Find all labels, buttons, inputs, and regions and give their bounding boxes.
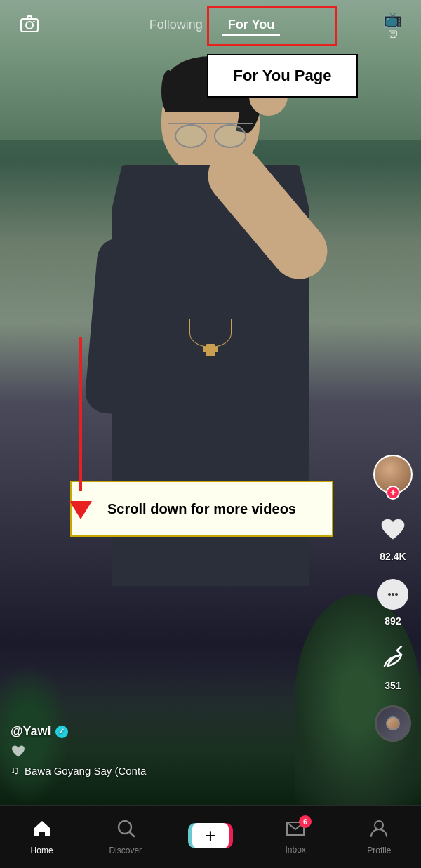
share-count: 351 <box>385 680 401 691</box>
music-disc[interactable] <box>375 705 411 742</box>
nav-create[interactable]: + <box>188 823 233 851</box>
share-button[interactable]: 351 <box>375 641 411 691</box>
home-icon <box>32 818 52 843</box>
plus-icon: + <box>205 826 216 846</box>
svg-text:LIVE: LIVE <box>391 32 396 35</box>
scroll-annotation-text: Scroll down for more videos <box>107 501 296 517</box>
scroll-annotation-box: Scroll down for more videos <box>70 481 333 537</box>
person-glasses <box>168 123 253 137</box>
inbox-badge-count: 6 <box>299 815 312 828</box>
svg-point-10 <box>375 821 383 829</box>
scroll-arrow <box>63 337 98 533</box>
like-button[interactable]: 82.4K <box>375 512 411 562</box>
person-necklace <box>189 319 232 347</box>
discover-icon <box>116 818 135 843</box>
creator-avatar[interactable]: + <box>373 455 413 494</box>
share-arrow-icon <box>377 643 408 674</box>
comment-button[interactable]: 892 <box>375 576 411 627</box>
nav-tabs: Following For You <box>144 14 280 36</box>
follow-plus-button[interactable]: + <box>386 486 400 500</box>
like-count: 82.4K <box>380 551 406 562</box>
arrow-line <box>79 337 82 491</box>
person-cross <box>206 344 215 356</box>
heart-icon <box>375 512 411 548</box>
profile-icon <box>369 818 389 843</box>
music-note-icon: ♫ <box>11 764 19 777</box>
comment-bubble <box>377 579 408 610</box>
svg-point-1 <box>26 22 33 29</box>
svg-point-6 <box>392 593 394 596</box>
nav-home[interactable]: Home <box>21 818 63 855</box>
camera-button[interactable] <box>14 9 45 40</box>
svg-point-5 <box>388 593 391 596</box>
svg-point-7 <box>395 593 398 596</box>
inbox-icon-container: 6 <box>285 820 306 842</box>
video-info: @Yawi ✓ ♫ Bawa Goyang Say (Conta <box>11 724 146 777</box>
username-text: @Yawi <box>11 724 51 739</box>
person-hair-side <box>161 70 175 112</box>
home-label: Home <box>31 846 53 855</box>
discover-label: Discover <box>109 846 142 855</box>
music-disc-inner <box>386 716 400 730</box>
top-navigation-bar: Following For You LIVE <box>0 0 421 49</box>
for-you-page-annotation: For You Page <box>207 54 358 98</box>
share-icon <box>375 641 411 677</box>
nav-profile[interactable]: Profile <box>358 818 400 855</box>
svg-line-9 <box>130 832 134 836</box>
live-button[interactable]: LIVE <box>379 11 407 39</box>
arrow-head <box>69 501 92 519</box>
right-sidebar: + 82.4K 892 <box>373 455 413 742</box>
nav-inbox[interactable]: 6 Inbox <box>274 820 316 855</box>
music-info[interactable]: ♫ Bawa Goyang Say (Conta <box>11 764 146 777</box>
verified-badge: ✓ <box>55 726 68 738</box>
tab-following[interactable]: Following <box>144 14 208 36</box>
tab-for-you[interactable]: For You <box>222 14 280 36</box>
comment-icon <box>375 576 411 613</box>
for-you-page-label: For You Page <box>234 67 332 85</box>
comment-count: 892 <box>385 615 401 627</box>
svg-rect-0 <box>21 19 38 32</box>
bottom-navigation: Home Discover + 6 Inbox <box>0 805 421 868</box>
inbox-label: Inbox <box>285 845 305 855</box>
profile-label: Profile <box>367 846 391 855</box>
person-figure <box>77 42 344 674</box>
nav-discover[interactable]: Discover <box>105 818 147 855</box>
creator-username[interactable]: @Yawi ✓ <box>11 724 146 739</box>
music-title: Bawa Goyang Say (Conta <box>25 765 146 777</box>
small-like-icon[interactable] <box>11 745 146 759</box>
svg-rect-2 <box>33 21 35 22</box>
